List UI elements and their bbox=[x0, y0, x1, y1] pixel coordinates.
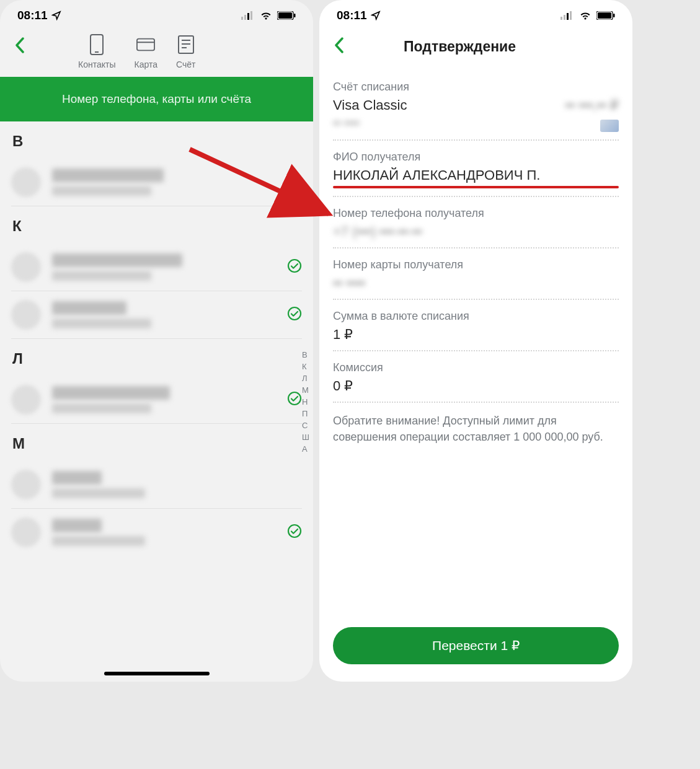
chevron-left-icon bbox=[334, 37, 344, 53]
status-time: 08:11 bbox=[337, 9, 367, 22]
location-icon bbox=[371, 11, 381, 20]
sber-check-icon bbox=[287, 258, 302, 276]
field-label: Номер карты получателя bbox=[333, 258, 619, 271]
svg-rect-2 bbox=[247, 13, 249, 20]
field-recipient-name: ФИО получателя НИКОЛАЙ АЛЕКСАНДРОВИЧ П. bbox=[333, 141, 619, 197]
tab-label: Контакты bbox=[78, 59, 115, 69]
tab-label: Карта bbox=[134, 59, 157, 69]
svg-rect-0 bbox=[241, 17, 243, 20]
status-icons bbox=[560, 11, 615, 20]
section-header: Л bbox=[11, 339, 302, 376]
contact-row[interactable] bbox=[11, 291, 302, 339]
back-button[interactable] bbox=[330, 33, 348, 59]
header: Контакты Карта Счёт bbox=[0, 27, 313, 77]
contact-row[interactable] bbox=[11, 244, 302, 291]
home-indicator[interactable] bbox=[104, 672, 210, 675]
account-icon bbox=[178, 35, 194, 54]
field-account: Счёт списания Visa Classic •• •••• •• ••… bbox=[333, 71, 619, 141]
svg-rect-3 bbox=[250, 11, 252, 20]
sber-check-icon bbox=[287, 306, 302, 323]
transfer-button-label: Перевести 1 ₽ bbox=[432, 638, 520, 653]
phone-icon bbox=[90, 34, 104, 55]
card-thumbnail-icon bbox=[600, 120, 619, 132]
field-recipient-phone: Номер телефона получателя +7 (•••) •••-•… bbox=[333, 197, 619, 248]
chevron-left-icon bbox=[15, 37, 25, 53]
field-amount: Сумма в валюте списания 1 ₽ bbox=[333, 300, 619, 351]
field-label: Комиссия bbox=[333, 361, 619, 374]
svg-rect-5 bbox=[278, 12, 292, 19]
status-bar: 08:11 bbox=[319, 0, 632, 27]
section-header: В bbox=[11, 121, 302, 159]
svg-rect-9 bbox=[137, 39, 154, 51]
svg-point-15 bbox=[288, 260, 301, 272]
svg-rect-19 bbox=[560, 17, 562, 20]
tab-label: Счёт bbox=[176, 59, 195, 69]
avatar bbox=[11, 300, 41, 330]
sber-check-icon bbox=[287, 524, 302, 541]
battery-icon bbox=[596, 11, 615, 20]
svg-rect-22 bbox=[570, 11, 572, 20]
status-time: 08:11 bbox=[17, 9, 48, 22]
svg-rect-25 bbox=[613, 14, 615, 17]
field-label: Номер телефона получателя bbox=[333, 207, 619, 220]
phone-contacts-screen: 08:11 Контакты Карта bbox=[0, 0, 313, 682]
cellular-icon bbox=[241, 11, 255, 20]
status-bar: 08:11 bbox=[0, 0, 313, 27]
contact-row[interactable] bbox=[11, 376, 302, 424]
recipient-name: НИКОЛАЙ АЛЕКСАНДРОВИЧ П. bbox=[333, 167, 619, 183]
svg-rect-20 bbox=[564, 15, 565, 20]
account-name: Visa Classic bbox=[333, 97, 407, 113]
recipient-phone-masked: +7 (•••) •••-••-•• bbox=[333, 224, 619, 240]
tab-contacts[interactable]: Контакты bbox=[78, 33, 115, 69]
avatar bbox=[11, 470, 41, 499]
section-header: К bbox=[11, 206, 302, 244]
fee-value: 0 ₽ bbox=[333, 378, 619, 394]
status-icons bbox=[241, 11, 296, 20]
annotation-underline bbox=[333, 186, 619, 188]
search-placeholder: Номер телефона, карты или счёта bbox=[62, 92, 251, 106]
svg-rect-1 bbox=[244, 15, 246, 20]
page-title: Подтверждение bbox=[404, 38, 516, 55]
svg-point-18 bbox=[288, 525, 301, 537]
phone-confirmation-screen: 08:11 Подтверждение Счёт списания Visa C… bbox=[319, 0, 632, 682]
sber-check-icon bbox=[287, 391, 302, 408]
svg-rect-21 bbox=[567, 13, 569, 20]
tab-account[interactable]: Счёт bbox=[176, 33, 195, 69]
contact-row[interactable] bbox=[11, 159, 302, 206]
alphabet-index[interactable]: В К Л М Н П С Ш А bbox=[302, 350, 309, 454]
account-number-masked: •• •••• bbox=[333, 117, 407, 130]
svg-point-16 bbox=[288, 307, 301, 320]
avatar bbox=[11, 252, 41, 282]
field-recipient-card: Номер карты получателя •• •••• bbox=[333, 248, 619, 300]
wifi-icon bbox=[260, 11, 272, 20]
field-label: Счёт списания bbox=[333, 81, 619, 94]
battery-icon bbox=[277, 11, 296, 20]
field-fee: Комиссия 0 ₽ bbox=[333, 351, 619, 403]
field-label: ФИО получателя bbox=[333, 151, 619, 164]
wifi-icon bbox=[579, 11, 591, 20]
limit-notice: Обратите внимание! Доступный лимит для с… bbox=[333, 403, 619, 455]
svg-point-17 bbox=[288, 392, 301, 405]
field-label: Сумма в валюте списания bbox=[333, 310, 619, 323]
back-button[interactable] bbox=[11, 33, 29, 59]
section-header: М bbox=[11, 424, 302, 461]
avatar bbox=[11, 167, 41, 197]
svg-rect-24 bbox=[598, 12, 611, 19]
amount-value: 1 ₽ bbox=[333, 327, 619, 343]
account-balance-masked: •• •••,•• ₽ bbox=[565, 97, 619, 113]
tab-card[interactable]: Карта bbox=[134, 33, 157, 69]
card-icon bbox=[136, 38, 155, 51]
header: Подтверждение bbox=[319, 27, 632, 71]
transfer-button[interactable]: Перевести 1 ₽ bbox=[333, 627, 619, 664]
cellular-icon bbox=[560, 11, 574, 20]
search-input[interactable]: Номер телефона, карты или счёта bbox=[0, 77, 313, 121]
location-icon bbox=[51, 11, 61, 20]
recipient-card-masked: •• •••• bbox=[333, 275, 395, 291]
avatar bbox=[11, 517, 41, 547]
contact-row[interactable] bbox=[11, 509, 302, 556]
avatar bbox=[11, 385, 41, 415]
contact-row[interactable] bbox=[11, 461, 302, 509]
svg-rect-6 bbox=[294, 14, 296, 17]
